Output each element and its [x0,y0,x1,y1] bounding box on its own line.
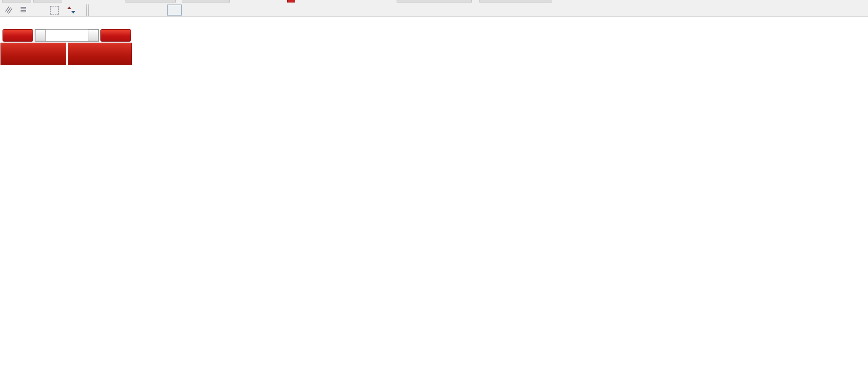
chart-symbol-header [4,21,9,28]
bid-price-box[interactable] [1,43,66,65]
channel-tool-button[interactable] [2,4,16,16]
clipped-toolbar-fragment [126,0,176,3]
tab-tf-w1[interactable] [197,5,212,16]
tab-tf-m15[interactable] [122,5,137,16]
clipped-toolbar-fragment [33,0,62,3]
one-click-trading-panel [0,29,132,65]
grid-tool-button[interactable] [17,4,31,16]
arrows-icon [67,6,75,14]
volume-stepper [35,29,99,42]
clipped-toolbar-fragment [479,0,552,3]
boxed-t-icon [50,6,59,15]
tab-tf-d1[interactable] [182,5,197,16]
tab-tf-h4[interactable] [167,5,182,16]
tab-tf-m5[interactable] [107,5,121,16]
text-label-tool-button[interactable] [47,4,61,16]
tab-tf-m1[interactable] [92,5,106,16]
tab-tf-m30[interactable] [137,5,152,16]
clipped-toolbar-fragment [182,0,230,3]
ask-price-box[interactable] [68,43,132,65]
clipped-toolbar-fragment [287,0,295,3]
volume-input[interactable] [46,30,88,41]
toolbar-separator [86,5,89,16]
dot-grid-icon [20,6,29,15]
arrows-tool-button[interactable] [62,4,81,16]
clipped-toolbar-fragment [397,0,472,3]
sell-button[interactable] [3,29,33,42]
tab-tf-mn[interactable] [212,5,227,16]
clipped-toolbar-fragment [2,0,31,3]
buy-button[interactable] [100,29,131,42]
channel-lines-icon [5,6,14,15]
tab-tf-h1[interactable] [152,5,167,16]
text-tool-button[interactable] [32,4,46,16]
toolbar [0,0,868,17]
volume-decrease-button[interactable] [35,30,46,41]
volume-increase-button[interactable] [88,30,98,41]
